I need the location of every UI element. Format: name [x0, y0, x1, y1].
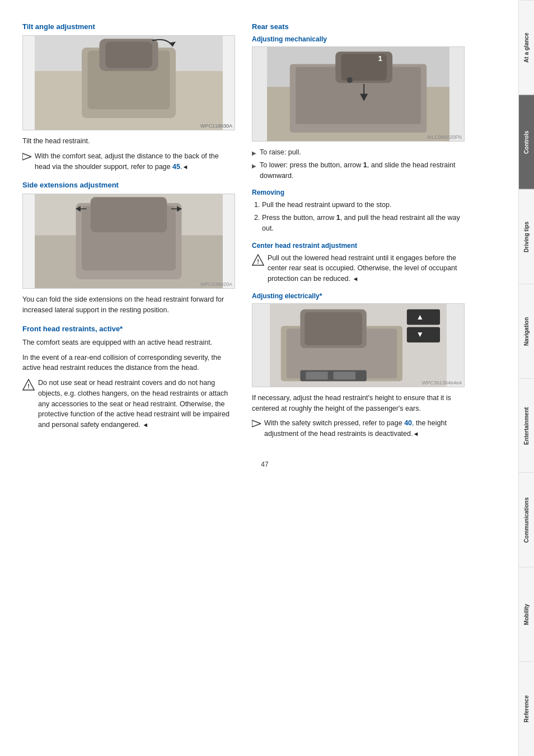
- sidebar-tab-driving-tips[interactable]: Driving tips: [519, 189, 534, 284]
- removing-step2: Press the button, arrow 1, and pull the …: [262, 213, 465, 234]
- tilt-note-text: With the comfort seat, adjust the distan…: [35, 151, 235, 172]
- elec-page-ref[interactable]: 40: [404, 419, 412, 427]
- side-extensions-image: WPC038020A: [22, 194, 235, 289]
- center-head-restraint-section: Center head restraint adjustment ! Pull …: [252, 242, 465, 284]
- svg-rect-40: [334, 372, 355, 379]
- svg-rect-39: [306, 372, 327, 379]
- tilt-angle-image: WPC118030A WPC118030A: [22, 35, 235, 130]
- svg-text:▲: ▲: [416, 312, 424, 321]
- elec-triangle-icon: [252, 419, 261, 428]
- adjusting-electrically-section: Adjusting electrically*: [252, 292, 465, 439]
- front-head-warning-text: Do not use seat or head restraint covers…: [38, 378, 235, 430]
- adjusting-mechanically-section: Adjusting mechanically: [252, 35, 465, 181]
- svg-rect-5: [105, 42, 152, 68]
- tilt-note: With the comfort seat, adjust the distan…: [22, 151, 235, 172]
- adjusting-electrically-note: With the safety switch pressed, refer to…: [252, 418, 465, 439]
- warning-icon: !: [22, 379, 35, 391]
- front-head-restraints-title: Front head restraints, active*: [22, 325, 235, 333]
- chapter-sidebar: At a glance Controls Driving tips Naviga…: [518, 0, 534, 756]
- sidebar-tab-reference[interactable]: Reference: [519, 661, 534, 756]
- sidebar-tab-mobility[interactable]: Mobility: [519, 567, 534, 661]
- svg-rect-12: [91, 198, 167, 233]
- svg-marker-41: [252, 420, 261, 427]
- removing-list: Pull the head restraint upward to the st…: [252, 200, 465, 233]
- side-extensions-body-text: You can fold the side extensions on the …: [22, 294, 235, 316]
- svg-text:1: 1: [378, 54, 382, 63]
- sidebar-tab-entertainment[interactable]: Entertainment: [519, 378, 534, 473]
- tilt-image-label: WPC118030A: [200, 123, 232, 129]
- sidebar-tab-communications[interactable]: Communications: [519, 472, 534, 567]
- adjusting-mechanically-title: Adjusting mechanically: [252, 35, 465, 43]
- bullet-icon-2: ▶: [252, 162, 256, 170]
- removing-section: Removing Pull the head restraint upward …: [252, 189, 465, 233]
- adjusting-mech-image-label: WLC086020FN: [427, 134, 462, 140]
- adjusting-elec-image-label: WPC361364e4e4: [422, 380, 462, 386]
- svg-text:!: !: [27, 383, 30, 389]
- adjusting-mechanically-image: 1 WLC086020FN: [252, 46, 465, 142]
- rear-seats-title: Rear seats: [252, 22, 465, 31]
- center-head-warning-text: Pull out the lowered head restraint unti…: [268, 253, 465, 284]
- left-column: Tilt angle adjustment: [22, 22, 235, 444]
- side-extensions-title: Side extensions adjustment: [22, 181, 235, 189]
- svg-rect-33: [305, 312, 362, 345]
- rear-seats-section: Rear seats Adjusting mechanically: [252, 22, 465, 439]
- to-lower-text: To lower: press the button, arrow 1, and…: [260, 160, 465, 181]
- page-number: 47: [22, 461, 507, 468]
- sidebar-tab-at-a-glance[interactable]: At a glance: [519, 0, 534, 95]
- triangle-icon: [22, 152, 31, 161]
- removing-title: Removing: [252, 189, 465, 196]
- center-warning-icon: !: [252, 254, 264, 266]
- sidebar-tab-navigation[interactable]: Navigation: [519, 284, 534, 378]
- svg-text:▼: ▼: [416, 330, 424, 339]
- svg-text:!: !: [257, 258, 259, 265]
- adjusting-mechanically-list: ▶ To raise: pull. ▶ To lower: press the …: [252, 147, 465, 181]
- sidebar-tab-controls[interactable]: Controls: [519, 95, 534, 189]
- bullet-icon-1: ▶: [252, 149, 256, 157]
- adjusting-electrically-body-text: If necessary, adjust the head restraint'…: [252, 393, 465, 414]
- removing-step1: Pull the head restraint upward to the st…: [262, 200, 465, 210]
- right-column: Rear seats Adjusting mechanically: [252, 22, 465, 444]
- adjusting-electrically-note-text: With the safety switch pressed, refer to…: [264, 418, 465, 439]
- tilt-page-ref[interactable]: 45: [172, 163, 180, 171]
- tilt-angle-section: Tilt angle adjustment: [22, 22, 235, 172]
- tilt-body-text: Tilt the head restraint.: [22, 136, 235, 147]
- side-ext-image-label: WPC038020A: [200, 281, 232, 287]
- front-head-body-text2: In the event of a rear-end collision of …: [22, 353, 235, 374]
- front-head-restraints-section: Front head restraints, active* The comfo…: [22, 325, 235, 430]
- adjusting-electrically-image: ▲ ▼ WPC361364e4e4: [252, 303, 465, 387]
- front-head-body-text1: The comfort seats are equipped with an a…: [22, 337, 235, 348]
- side-extensions-section: Side extensions adjustment: [22, 181, 235, 316]
- svg-marker-7: [22, 153, 31, 160]
- to-lower-item: ▶ To lower: press the button, arrow 1, a…: [252, 160, 465, 181]
- to-raise-item: ▶ To raise: pull.: [252, 147, 465, 158]
- center-head-restraint-title: Center head restraint adjustment: [252, 242, 465, 250]
- center-head-warning: ! Pull out the lowered head restraint un…: [252, 253, 465, 284]
- adjusting-electrically-title: Adjusting electrically*: [252, 292, 465, 300]
- svg-point-26: [347, 77, 353, 83]
- tilt-angle-title: Tilt angle adjustment: [22, 22, 235, 31]
- front-head-warning: ! Do not use seat or head restraint cove…: [22, 378, 235, 430]
- to-raise-text: To raise: pull.: [260, 147, 301, 158]
